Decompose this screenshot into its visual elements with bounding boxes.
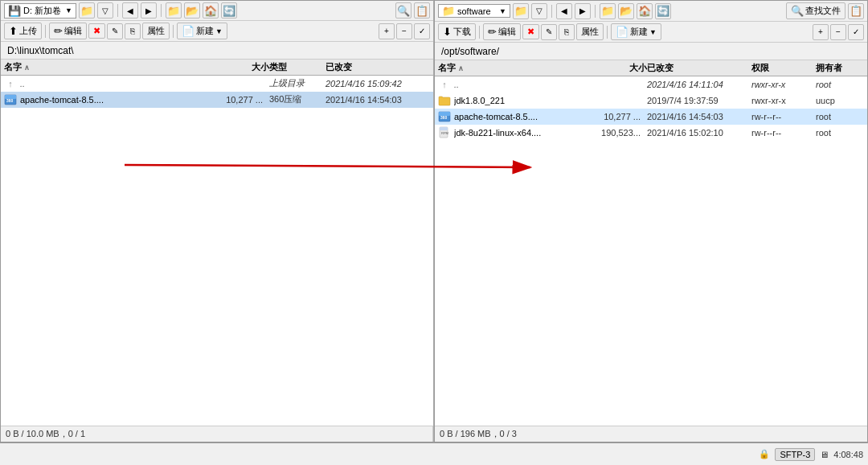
right-col-size[interactable]: 大小 — [591, 62, 647, 74]
right-forward-btn[interactable]: ▶ — [575, 3, 591, 19]
right-folder1-btn[interactable]: 📁 — [600, 3, 616, 19]
left-home-btn[interactable]: 🏠 — [203, 2, 219, 19]
left-filter-btn[interactable]: ▽ — [97, 2, 113, 19]
left-plus-btn[interactable]: + — [379, 23, 395, 39]
rsep4 — [607, 26, 608, 39]
table-row[interactable]: 360 apache-tomcat-8.5.... 10,277 ... 202… — [435, 109, 867, 125]
file-perms: rw-r--r-- — [751, 112, 816, 121]
right-status-text: 0 B / 196 MB，0 / 3 — [435, 426, 867, 442]
right-drive-label: software — [457, 6, 491, 16]
file-name: apache-tomcat-8.5.... — [454, 112, 591, 121]
file-modified: 2021/4/16 14:54:03 — [647, 112, 751, 121]
file-size: 10,277 ... — [213, 95, 269, 105]
left-forward-btn[interactable]: ▶ — [141, 2, 157, 19]
left-folder2-btn[interactable]: 📂 — [184, 2, 200, 19]
right-icons-btn[interactable]: 📁 — [513, 3, 529, 19]
right-search-btn[interactable]: 🔍查找文件 — [786, 2, 845, 19]
right-path-bar: /opt/software/ — [435, 43, 867, 60]
sep2 — [161, 4, 162, 17]
right-col-name[interactable]: 名字 ∧ — [438, 62, 591, 74]
left-back-btn[interactable]: ◀ — [122, 2, 138, 19]
file-modified: 2021/4/16 14:54:03 — [326, 95, 430, 105]
left-edit-label: 编辑 — [64, 25, 82, 37]
left-extra-btn[interactable]: 📋 — [414, 2, 430, 19]
left-props-btn[interactable]: 属性 — [142, 23, 170, 39]
file-owner: root — [816, 128, 864, 138]
right-extra-btn[interactable]: 📋 — [848, 3, 864, 19]
file-icon: RPM — [438, 126, 451, 139]
left-col-size[interactable]: 大小 — [213, 61, 269, 73]
zip-icon: 360 — [4, 93, 17, 106]
right-minus-btn[interactable]: − — [830, 24, 846, 40]
right-edit-btn[interactable]: ✏ 编辑 — [483, 23, 521, 40]
left-col-headers: 名字 ∧ 大小 类型 已改变 — [1, 60, 433, 76]
left-delete-btn[interactable]: ✖ — [88, 23, 105, 39]
left-col-name[interactable]: 名字 ∧ — [4, 61, 213, 73]
lock-icon: 🔒 — [759, 449, 770, 459]
left-new-btn[interactable]: 📄 新建 ▼ — [177, 23, 227, 39]
connection-badge[interactable]: SFTP-3 — [775, 448, 815, 461]
left-props-label: 属性 — [147, 25, 165, 37]
right-home-btn[interactable]: 🏠 — [637, 3, 653, 19]
right-rename-btn[interactable]: ✎ — [541, 24, 557, 40]
right-col-perms[interactable]: 权限 — [751, 62, 816, 74]
rsep1 — [551, 5, 552, 18]
file-type: 上级目录 — [269, 77, 326, 89]
table-row[interactable]: ↑ .. 上级目录 2021/4/16 15:09:42 — [1, 76, 433, 92]
right-new-label: 新建 — [630, 26, 648, 38]
right-drive-selector[interactable]: 📁 software ▼ — [438, 4, 510, 18]
right-col-modified[interactable]: 已改变 — [647, 62, 751, 74]
left-folder1-btn[interactable]: 📁 — [166, 2, 182, 19]
left-toolbar-actions: ⬆ 上传 ✏ 编辑 ✖ ✎ ⎘ 属性 📄 新建 — [1, 21, 433, 42]
file-modified: 2021/4/16 15:02:10 — [647, 128, 751, 138]
left-nav-icons-btn[interactable]: 📁 — [79, 2, 95, 19]
file-owner: uucp — [816, 96, 864, 105]
right-back-btn[interactable]: ◀ — [556, 3, 572, 19]
table-row[interactable]: RPM jdk-8u221-linux-x64.... 190,523... 2… — [435, 125, 867, 141]
right-filter-btn[interactable]: ▽ — [531, 3, 547, 19]
table-row[interactable]: ↑ .. 2021/4/16 14:11:04 rwxr-xr-x root — [435, 76, 867, 93]
sep4 — [173, 25, 174, 38]
right-path-label: /opt/software/ — [438, 45, 502, 58]
sep3 — [45, 25, 46, 38]
right-delete-btn[interactable]: ✖ — [522, 24, 539, 39]
right-toolbar-actions: ⬇ 下载 ✏ 编辑 ✖ ✎ ⎘ 属性 📄 新建 ▼ — [435, 22, 867, 43]
svg-text:RPM: RPM — [441, 131, 448, 135]
left-check-btn[interactable]: ✓ — [414, 23, 430, 39]
left-copy-btn[interactable]: ⎘ — [125, 23, 141, 39]
right-col-owner[interactable]: 拥有者 — [816, 62, 864, 74]
right-pane: 📁 software ▼ 📁 ▽ ◀ ▶ 📁 📂 🏠 🔄 🔍查找文件 📋 — [434, 0, 868, 442]
right-check-btn[interactable]: ✓ — [848, 24, 864, 40]
left-refresh-btn[interactable]: 🔄 — [221, 2, 237, 19]
table-row[interactable]: 360 apache-tomcat-8.5.... 10,277 ... 360… — [1, 92, 433, 108]
left-pane: 💾 D: 新加卷 ▼ 📁 ▽ ◀ ▶ 📁 📂 🏠 🔄 🔍 📋 — [0, 0, 434, 442]
folder-icon — [438, 94, 451, 107]
left-drive-selector[interactable]: 💾 D: 新加卷 ▼ — [4, 3, 76, 19]
time-item: 4:08:48 — [833, 450, 863, 459]
left-upload-label: 上传 — [19, 25, 37, 37]
right-refresh-btn[interactable]: 🔄 — [655, 3, 671, 19]
right-copy-btn[interactable]: ⎘ — [559, 24, 575, 40]
right-folder2-btn[interactable]: 📂 — [618, 3, 634, 19]
rsep3 — [479, 26, 480, 39]
left-find-btn[interactable]: 🔍 — [395, 2, 411, 19]
svg-text:360: 360 — [6, 98, 14, 103]
table-row[interactable]: jdk1.8.0_221 2019/7/4 19:37:59 rwxr-xr-x… — [435, 93, 867, 109]
right-file-list: ↑ .. 2021/4/16 14:11:04 rwxr-xr-x root — [435, 76, 867, 426]
left-col-modified[interactable]: 已改变 — [326, 61, 430, 73]
left-minus-btn[interactable]: − — [396, 23, 412, 39]
left-rename-btn[interactable]: ✎ — [107, 23, 123, 39]
left-status-text: 0 B / 10.0 MB，0 / 1 — [1, 426, 433, 442]
right-new-btn[interactable]: 📄 新建 ▼ — [611, 23, 661, 40]
left-path-bar: D:\linux\tomcat\ — [1, 42, 433, 60]
lock-item: 🔒 — [759, 449, 770, 459]
left-upload-btn[interactable]: ⬆ 上传 — [4, 23, 42, 39]
right-props-btn[interactable]: 属性 — [576, 23, 604, 40]
left-edit-btn[interactable]: ✏ 编辑 — [49, 23, 87, 39]
file-name: .. — [20, 79, 213, 88]
left-col-type[interactable]: 类型 — [269, 61, 326, 73]
monitor-item[interactable]: 🖥 — [820, 450, 829, 459]
time-label: 4:08:48 — [833, 450, 863, 459]
right-download-btn[interactable]: ⬇ 下载 — [438, 23, 476, 40]
right-plus-btn[interactable]: + — [813, 24, 829, 40]
